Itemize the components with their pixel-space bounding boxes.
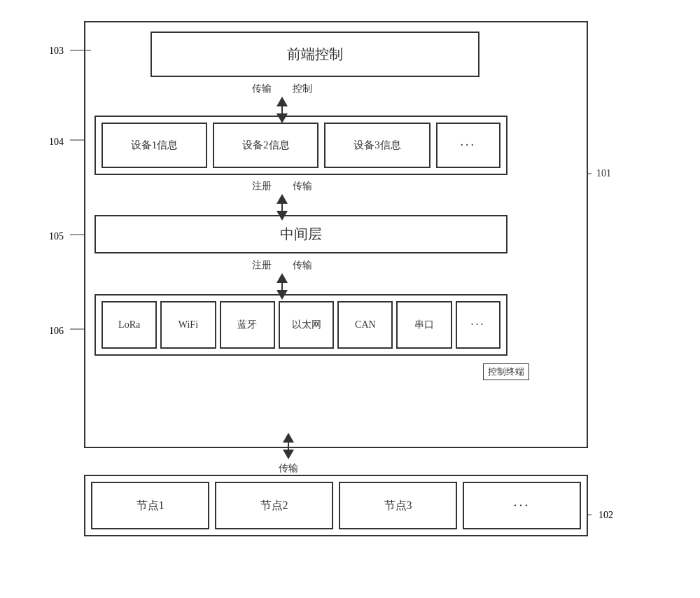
arrow1-left-label: 传输 xyxy=(252,83,272,95)
svg-marker-6 xyxy=(276,97,288,106)
box-protocol-outer: LoRa WiFi 蓝牙 以太网 CAN 串口 ··· xyxy=(94,294,507,356)
device-item-dots: ··· xyxy=(436,123,500,168)
svg-marker-9 xyxy=(276,194,288,204)
device-item-1: 设备1信息 xyxy=(102,123,207,168)
arrow4-svg xyxy=(273,431,304,461)
arrow2-right-label: 传输 xyxy=(293,180,312,193)
arrow-area-4: 传输 xyxy=(273,431,304,475)
box-middle: 中间层 xyxy=(94,215,507,253)
frontend-title: 前端控制 xyxy=(287,45,343,64)
svg-marker-15 xyxy=(283,433,294,443)
protocol-item-wifi: WiFi xyxy=(160,301,216,349)
node-item-dots: ··· xyxy=(463,482,581,529)
label-104: 104 xyxy=(49,137,64,148)
control-terminal-label: 控制终端 xyxy=(483,363,529,380)
box-device-outer: 设备1信息 设备2信息 设备3信息 ··· xyxy=(94,116,507,175)
protocol-item-lora: LoRa xyxy=(102,301,157,349)
label-106: 106 xyxy=(49,326,64,337)
svg-marker-16 xyxy=(283,450,294,459)
protocol-item-more: ··· xyxy=(456,301,500,349)
arrow4-label: 传输 xyxy=(279,463,298,473)
arrow3-right-label: 传输 xyxy=(293,259,312,272)
box-frontend: 前端控制 xyxy=(150,32,479,77)
node-item-1: 节点1 xyxy=(91,482,209,529)
protocol-item-serial: 串口 xyxy=(396,301,451,349)
protocol-item-ethernet: 以太网 xyxy=(279,301,334,349)
label-101: 101 xyxy=(596,168,611,179)
middle-title: 中间层 xyxy=(280,225,322,244)
device-item-2: 设备2信息 xyxy=(213,123,318,168)
device-item-3: 设备3信息 xyxy=(324,123,430,168)
arrow2-left-label: 注册 xyxy=(252,180,272,193)
protocol-item-can: CAN xyxy=(337,301,393,349)
arrow3-left-label: 注册 xyxy=(252,259,272,272)
box-nodes-outer: 节点1 节点2 节点3 ··· xyxy=(84,475,588,536)
svg-marker-12 xyxy=(276,273,288,283)
arrow1-right-label: 控制 xyxy=(293,83,312,95)
protocol-item-bluetooth: 蓝牙 xyxy=(220,301,275,349)
node-item-3: 节点3 xyxy=(339,482,457,529)
label-102: 102 xyxy=(598,510,613,521)
label-105: 105 xyxy=(49,231,64,242)
node-item-2: 节点2 xyxy=(215,482,333,529)
label-103: 103 xyxy=(49,46,64,57)
